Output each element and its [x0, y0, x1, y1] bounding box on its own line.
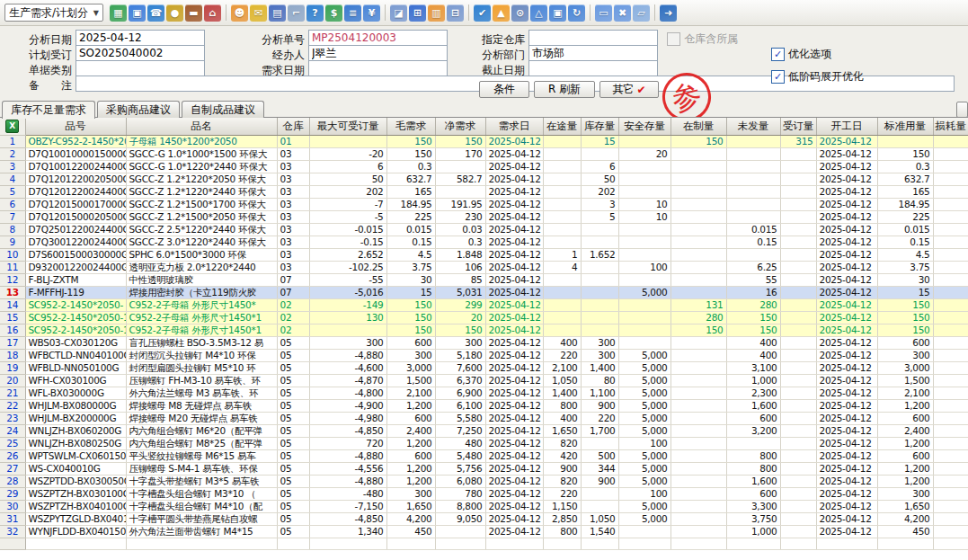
column-header-4[interactable]: 最大可受订量: [309, 118, 386, 135]
cell[interactable]: 5: [581, 210, 618, 223]
row-number[interactable]: 14: [0, 298, 25, 311]
network-icon[interactable]: △: [530, 4, 547, 22]
cell[interactable]: WSZPYTZGLD-BX040150: [25, 512, 126, 525]
row-number[interactable]: 5: [0, 185, 25, 198]
cell[interactable]: 6: [309, 160, 386, 173]
cell[interactable]: 165: [877, 185, 933, 198]
cell[interactable]: 2025-04-12: [816, 135, 877, 147]
cell[interactable]: 2025-04-12: [816, 198, 877, 210]
cell[interactable]: WFBCTLD-NN040100G: [25, 349, 126, 361]
cell[interactable]: SGCC-Z 2.5*1220*2440 环保大: [126, 223, 277, 236]
cell[interactable]: [933, 286, 968, 298]
cell[interactable]: [933, 525, 968, 538]
cell[interactable]: 2025-04-12: [816, 449, 877, 462]
cell[interactable]: 2025-04-12: [485, 324, 543, 336]
lowlevel-code-checkbox[interactable]: ✓ 低阶码展开优化: [771, 69, 864, 84]
cell[interactable]: [780, 198, 816, 210]
column-header-16[interactable]: 损耗量: [933, 118, 968, 135]
cell[interactable]: 2025-04-12: [485, 261, 543, 273]
row-number[interactable]: 12: [0, 273, 25, 286]
cell[interactable]: 平头竖纹拉铆螺母 M6*15 易车: [126, 449, 277, 462]
cell[interactable]: 2025-04-12: [485, 437, 543, 449]
cell[interactable]: [780, 361, 816, 374]
cell[interactable]: [670, 248, 726, 261]
tab-2[interactable]: 采购商品建议: [97, 101, 180, 118]
cell[interactable]: D7Q1201500020500G: [25, 210, 126, 223]
cell[interactable]: [780, 387, 816, 399]
cell[interactable]: SC952-2-1450*2050-1: [25, 324, 126, 336]
cell[interactable]: 16: [726, 286, 780, 298]
cell[interactable]: [670, 185, 726, 198]
cell[interactable]: 280: [726, 298, 780, 311]
cell[interactable]: 0.03: [435, 223, 485, 236]
cell[interactable]: 2025-04-12: [485, 160, 543, 173]
cell[interactable]: [780, 311, 816, 324]
cell[interactable]: 05: [277, 336, 309, 349]
cell[interactable]: 2025-04-12: [816, 286, 877, 298]
cell[interactable]: [780, 349, 816, 361]
demand-date-input[interactable]: [308, 60, 448, 76]
cell[interactable]: 05: [277, 487, 309, 500]
cell[interactable]: 05: [277, 399, 309, 412]
row-number[interactable]: 28: [0, 475, 25, 487]
cell[interactable]: 2025-04-12: [816, 273, 877, 286]
cell[interactable]: 2025-04-12: [485, 387, 543, 399]
cell[interactable]: 400: [543, 336, 581, 349]
cell[interactable]: 02: [277, 324, 309, 336]
condition-button[interactable]: 条件: [479, 81, 529, 98]
cell[interactable]: 15: [877, 286, 933, 298]
cell[interactable]: [618, 173, 670, 185]
cell[interactable]: 230: [435, 210, 485, 223]
cell[interactable]: 4: [543, 261, 581, 273]
cell[interactable]: 2,300: [726, 387, 780, 399]
cell[interactable]: [670, 437, 726, 449]
cell[interactable]: 150: [670, 135, 726, 147]
cell[interactable]: 1,200: [386, 399, 435, 412]
cell[interactable]: 5,756: [435, 462, 485, 475]
cell[interactable]: -4,600: [309, 361, 386, 374]
cell[interactable]: [933, 198, 968, 210]
row-number[interactable]: 20: [0, 374, 25, 387]
cell[interactable]: OBZY-C952-2-1450*2050: [25, 135, 126, 147]
dollar-icon[interactable]: $: [325, 4, 342, 22]
cell[interactable]: [670, 525, 726, 538]
cell[interactable]: 300: [581, 336, 618, 349]
cell[interactable]: [543, 311, 581, 324]
cell[interactable]: [780, 512, 816, 525]
deadline-input[interactable]: [528, 60, 658, 76]
cell[interactable]: -7,150: [309, 500, 386, 512]
cell[interactable]: [780, 374, 816, 387]
cell[interactable]: 03: [277, 248, 309, 261]
cell[interactable]: [780, 298, 816, 311]
cell[interactable]: 5,000: [618, 361, 670, 374]
cell[interactable]: [877, 135, 933, 147]
cell[interactable]: WSZPTDD-BX030050G: [25, 475, 126, 487]
cell[interactable]: 压铆螺母 S-M4-1 易车铁、环保: [126, 462, 277, 475]
cell[interactable]: [581, 311, 618, 324]
cell[interactable]: [726, 437, 780, 449]
cell[interactable]: SPHC 6.0*1500*3000 环保: [126, 248, 277, 261]
cell[interactable]: [670, 412, 726, 424]
cell[interactable]: 2025-04-12: [816, 160, 877, 173]
cell[interactable]: 2025-04-12: [816, 437, 877, 449]
cell[interactable]: 透明亚克力板 2.0*1220*2440: [126, 261, 277, 273]
cell[interactable]: [726, 248, 780, 261]
cell[interactable]: 150: [386, 135, 435, 147]
cell[interactable]: 2025-04-12: [816, 173, 877, 185]
cell[interactable]: [581, 147, 618, 160]
refresh-button[interactable]: R 刷新: [534, 81, 595, 98]
cell[interactable]: 0.15: [877, 236, 933, 248]
cell[interactable]: 1: [543, 248, 581, 261]
cell[interactable]: 03: [277, 160, 309, 173]
cell[interactable]: [670, 512, 726, 525]
cell[interactable]: 2025-04-12: [485, 311, 543, 324]
cell[interactable]: [670, 424, 726, 437]
cell[interactable]: 2025-04-12: [816, 525, 877, 538]
cell[interactable]: 184.95: [386, 198, 435, 210]
cell[interactable]: [670, 173, 726, 185]
cell[interactable]: WHJLM-BX200000G: [25, 412, 126, 424]
cell[interactable]: 150: [726, 311, 780, 324]
cell[interactable]: 30: [877, 273, 933, 286]
cell[interactable]: 封闭型沉头拉铆钉 M4*10 环保: [126, 349, 277, 361]
cell[interactable]: 150: [877, 324, 933, 336]
